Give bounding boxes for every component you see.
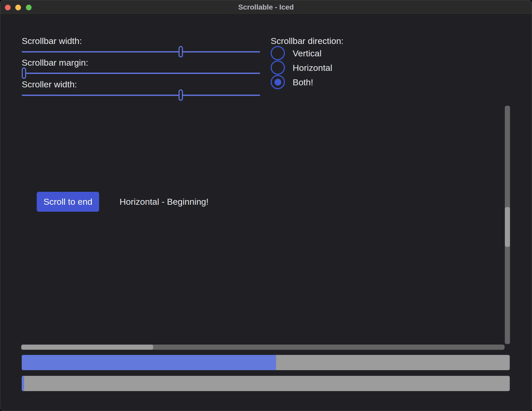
slider-handle[interactable]: [179, 46, 183, 57]
radio-option-horizontal[interactable]: Horizontal: [271, 60, 332, 75]
vertical-scrollbar[interactable]: [505, 106, 510, 344]
scrollbar-direction-label: Scrollbar direction:: [271, 35, 344, 47]
scrollbar-direction-group: Vertical Horizontal Both!: [271, 46, 332, 89]
progress-fill: [22, 355, 276, 370]
slider-rail[interactable]: [22, 73, 260, 74]
slider-rail[interactable]: [22, 51, 260, 52]
window-title: Scrollable - Iced: [0, 0, 532, 14]
vertical-scrollbar-thumb[interactable]: [505, 207, 510, 247]
slider-handle[interactable]: [22, 67, 26, 79]
radio-circle-icon[interactable]: [271, 60, 285, 75]
radio-circle-icon[interactable]: [271, 75, 285, 89]
progress-fill: [22, 376, 24, 391]
scroller-width-label: Scroller width:: [22, 79, 77, 90]
radio-label: Both!: [293, 77, 313, 88]
radio-option-vertical[interactable]: Vertical: [271, 46, 332, 60]
slider-rail[interactable]: [22, 95, 260, 96]
app-window: Scrollable - Iced Scrollbar width: Scrol…: [0, 0, 532, 411]
radio-label: Horizontal: [293, 62, 332, 73]
vertical-progress-bar: [22, 376, 510, 391]
radio-circle-icon[interactable]: [271, 46, 285, 60]
horizontal-scrollbar[interactable]: [21, 345, 505, 350]
horizontal-scrollbar-thumb[interactable]: [21, 345, 153, 350]
radio-option-both[interactable]: Both!: [271, 75, 332, 89]
slider-handle[interactable]: [179, 89, 183, 101]
horizontal-progress-bar: [22, 355, 510, 370]
scroll-to-end-button[interactable]: Scroll to end: [37, 192, 99, 212]
scrollbar-width-slider[interactable]: [22, 46, 260, 57]
scrollbar-width-label: Scrollbar width:: [22, 35, 82, 47]
radio-label: Vertical: [293, 48, 322, 59]
scrollbar-margin-slider[interactable]: [22, 67, 260, 79]
scroll-status-text: Horizontal - Beginning!: [120, 196, 209, 207]
scrollbar-margin-label: Scrollbar margin:: [22, 57, 88, 68]
scroller-width-slider[interactable]: [22, 89, 260, 101]
radio-dot-icon: [275, 79, 281, 86]
titlebar[interactable]: Scrollable - Iced: [0, 0, 532, 14]
